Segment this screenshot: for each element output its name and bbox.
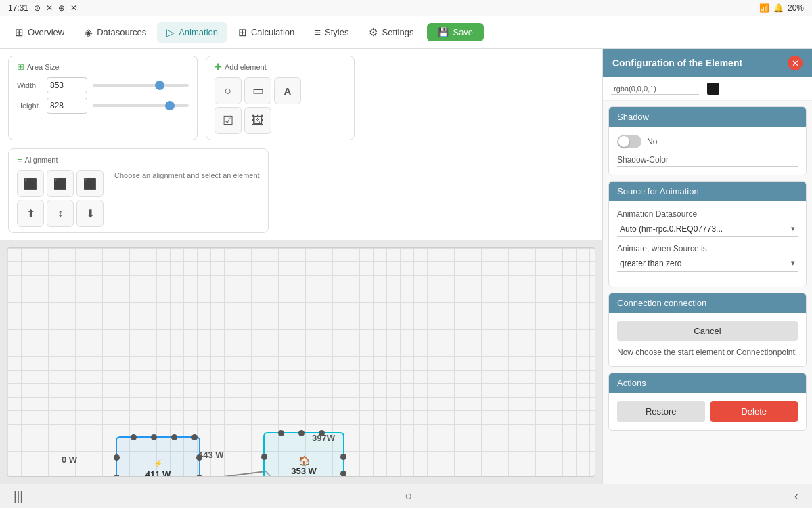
bottom-bar: ||| ○ ‹ (0, 484, 812, 508)
actions-title: Actions (617, 378, 646, 388)
delete-button[interactable]: Delete (710, 401, 798, 422)
rgba-input[interactable]: rgba(0,0,0,1) (611, 83, 699, 95)
status-left: 17:31 ⊙ ✕ ⊕ ✕ (8, 3, 77, 13)
alignment-hint: Choose an alignment and select an elemen… (114, 170, 260, 227)
battery-icon: 🔔 (773, 3, 784, 13)
dot (171, 434, 177, 440)
shape-rect-btn[interactable]: ▭ (244, 77, 271, 104)
close-panel-button[interactable]: ✕ (788, 56, 803, 70)
shadow-title: Shadow (617, 112, 649, 122)
animation-icon: ▷ (166, 26, 175, 39)
toolbars: ⊞ Area Size Width Height (0, 49, 602, 240)
width-slider-track[interactable] (93, 84, 189, 87)
align-middle-btn[interactable]: ↕ (47, 200, 74, 227)
dot (340, 454, 346, 460)
source-animation-header: Source for Animation (609, 182, 806, 201)
shadow-section: Shadow No Shadow-Color (608, 106, 807, 175)
width-label: Width (17, 81, 41, 89)
node-battery[interactable]: ⚡ 411 W 25.05. 02:06 Batterle (116, 436, 200, 477)
status-icon-3: ⊕ (58, 3, 65, 13)
styles-icon: ≡ (315, 26, 321, 38)
datasource-select-wrapper: Auto (hm-rpc.0.REQ07773... (617, 221, 798, 237)
height-slider-track[interactable] (93, 104, 189, 107)
action-buttons: Restore Delete (617, 401, 798, 422)
shadow-header: Shadow (609, 107, 806, 127)
alignment-icon: ≡ (17, 154, 22, 165)
restore-button[interactable]: Restore (617, 401, 705, 422)
tab-overview-label: Overview (28, 27, 64, 37)
alignment-section: ≡ Alignment ⬛ ⬛ ⬛ ⬆ ↕ ⬇ Choose an alignm… (8, 148, 269, 233)
source-animation-body: Animation Datasource Auto (hm-rpc.0.REQ0… (609, 201, 806, 287)
dot (131, 434, 137, 440)
svg-line-0 (197, 471, 266, 476)
tab-animation[interactable]: ▷ Animation (157, 22, 227, 43)
alignment-horiz-grid: ⬛ ⬛ ⬛ ⬆ ↕ ⬇ (17, 170, 104, 227)
actions-section: Actions Restore Delete (608, 373, 807, 431)
main-content: ⊞ Area Size Width Height (0, 49, 812, 484)
width-slider-thumb[interactable] (155, 81, 164, 90)
tab-calculation[interactable]: ⊞ Calculation (229, 22, 304, 43)
time-display: 17:31 (8, 3, 28, 13)
tab-datasources[interactable]: ◈ Datasources (75, 22, 156, 43)
dot (278, 430, 284, 436)
save-button[interactable]: 💾 Save (427, 23, 484, 41)
bottom-right-icon[interactable]: ‹ (794, 489, 798, 503)
shadow-toggle-label: No (647, 137, 657, 146)
save-label: Save (453, 27, 473, 37)
dot (261, 454, 267, 460)
actions-header: Actions (609, 373, 806, 393)
shape-checkbox-btn[interactable]: ☑ (215, 107, 242, 134)
editor-area: ⊞ Area Size Width Height (0, 49, 602, 484)
toggle-knob (618, 136, 629, 147)
bottom-center-icon[interactable]: ○ (405, 489, 413, 503)
status-icon-2: ✕ (46, 3, 53, 13)
align-bottom-btn[interactable]: ⬇ (76, 200, 104, 227)
float-val-6: 397W (312, 433, 335, 443)
canvas[interactable]: ⚡ 411 W 25.05. 02:06 Batterle (7, 247, 595, 477)
cancel-button[interactable]: Cancel (617, 321, 798, 341)
settings-icon: ⚙ (369, 26, 378, 39)
height-row: Height (17, 98, 189, 114)
alignment-grid-container: ⬛ ⬛ ⬛ ⬆ ↕ ⬇ Choose an alignment and sele… (17, 170, 260, 227)
signal-icon: 📶 (759, 3, 769, 13)
haus-icon: 🏠 (298, 455, 310, 466)
color-preview-block (707, 83, 719, 95)
add-element-title: ✚ Add element (215, 62, 346, 72)
canvas-wrapper: ⚡ 411 W 25.05. 02:06 Batterle (0, 240, 602, 484)
shape-text-btn[interactable]: A (274, 77, 301, 104)
battery-icon-label: ⚡ (154, 459, 163, 468)
source-animation-title: Source for Animation (617, 186, 699, 196)
align-center-btn[interactable]: ⬛ (47, 170, 74, 197)
width-input[interactable] (47, 77, 87, 93)
height-label: Height (17, 102, 41, 110)
actions-body: Restore Delete (609, 393, 806, 430)
top-color-row: rgba(0,0,0,1) (603, 77, 812, 101)
align-top-btn[interactable]: ⬆ (17, 200, 44, 227)
shadow-color-label: Shadow-Color (617, 155, 798, 167)
align-right-btn[interactable]: ⬛ (76, 170, 104, 197)
shape-circle-btn[interactable]: ○ (215, 77, 242, 104)
shape-image-btn[interactable]: 🖼 (244, 107, 271, 134)
dot (151, 434, 157, 440)
shadow-toggle-row: No (617, 135, 798, 148)
align-left-btn[interactable]: ⬛ (17, 170, 44, 197)
shadow-toggle[interactable] (617, 135, 641, 148)
right-panel: Configuration of the Element ✕ rgba(0,0,… (602, 49, 812, 484)
dot (340, 471, 346, 477)
dot (114, 475, 120, 477)
datasource-select[interactable]: Auto (hm-rpc.0.REQ07773... (617, 221, 798, 237)
shadow-body: No Shadow-Color (609, 127, 806, 175)
tab-overview[interactable]: ⊞ Overview (5, 22, 74, 43)
dot (196, 475, 202, 477)
status-icon-4: ✕ (70, 3, 77, 13)
alignment-title: ≡ Alignment (17, 154, 260, 165)
animate-when-select[interactable]: greater than zero less than zero equals … (617, 256, 798, 272)
add-element-icon: ✚ (215, 62, 222, 72)
bottom-left-icon[interactable]: ||| (14, 489, 23, 503)
height-slider-thumb[interactable] (165, 101, 175, 110)
tab-settings[interactable]: ⚙ Settings (359, 22, 423, 43)
tab-animation-label: Animation (179, 27, 218, 37)
top-nav: ⊞ Overview ◈ Datasources ▷ Animation ⊞ C… (0, 16, 812, 49)
tab-styles[interactable]: ≡ Styles (305, 22, 358, 42)
height-input[interactable] (47, 98, 87, 114)
